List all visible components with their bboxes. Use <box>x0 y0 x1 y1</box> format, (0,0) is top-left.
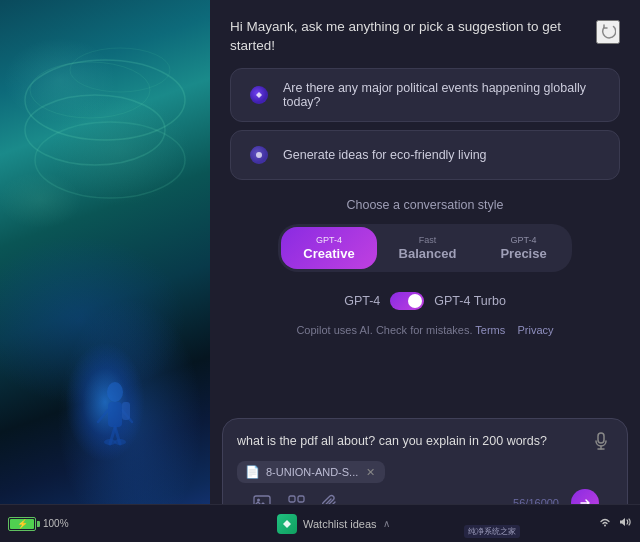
attachment-filename: 8-UNION-AND-S... <box>266 466 358 478</box>
network-icon[interactable] <box>598 516 612 531</box>
mic-button[interactable] <box>589 429 613 453</box>
watermark-text: 纯净系统之家 <box>464 525 520 538</box>
chat-input[interactable]: what is the pdf all about? can you expla… <box>237 434 581 448</box>
battery-indicator: ⚡ 100% <box>8 517 69 531</box>
battery-icon: ⚡ <box>8 517 36 531</box>
gpt-toggle-switch[interactable] <box>390 292 424 310</box>
precise-name-label: Precise <box>500 246 546 261</box>
app-icon <box>281 518 293 530</box>
taskbar-app-label: Watchlist ideas <box>303 518 377 530</box>
input-row: what is the pdf all about? can you expla… <box>237 429 613 453</box>
suggestion-icon-2 <box>247 143 271 167</box>
battery-percent: 100% <box>43 518 69 529</box>
footer-note-text: Copilot uses AI. Check for mistakes. <box>296 324 472 336</box>
svg-line-11 <box>98 410 108 422</box>
mic-icon <box>594 432 608 450</box>
style-section: Choose a conversation style GPT-4 Creati… <box>210 180 640 282</box>
balanced-name-label: Balanced <box>399 246 457 261</box>
suggestion-card-2[interactable]: Generate ideas for eco-friendly living <box>230 130 620 180</box>
wifi-icon <box>598 516 612 528</box>
suggestions-list: Are there any major political events hap… <box>210 68 640 180</box>
svg-rect-23 <box>298 496 304 502</box>
battery-tip <box>37 521 40 527</box>
attachment-chip: 📄 8-UNION-AND-S... ✕ <box>237 461 385 483</box>
gpt4-turbo-label: GPT-4 Turbo <box>434 294 506 308</box>
refresh-icon <box>600 24 616 40</box>
refresh-button[interactable] <box>596 20 620 44</box>
svg-point-4 <box>70 48 170 92</box>
style-btn-creative[interactable]: GPT-4 Creative <box>281 227 376 269</box>
svg-point-1 <box>25 95 165 165</box>
taskbar-app-icon[interactable] <box>277 514 297 534</box>
privacy-link[interactable]: Privacy <box>518 324 554 336</box>
volume-icon[interactable] <box>618 516 632 531</box>
svg-point-10 <box>114 439 126 445</box>
suggestion-text-1: Are there any major political events hap… <box>283 81 603 109</box>
background-panel <box>0 0 210 542</box>
suggestion-icon-1 <box>247 83 271 107</box>
svg-rect-22 <box>289 496 295 502</box>
svg-point-5 <box>107 382 123 402</box>
speaker-icon <box>618 516 632 528</box>
style-title: Choose a conversation style <box>230 198 620 212</box>
svg-point-21 <box>257 499 260 502</box>
svg-point-0 <box>25 60 185 140</box>
suggestion-text-2: Generate ideas for eco-friendly living <box>283 148 487 162</box>
balanced-fast-label: Fast <box>419 235 437 245</box>
gpt-toggle-section: GPT-4 GPT-4 Turbo <box>210 282 640 320</box>
remove-attachment-button[interactable]: ✕ <box>364 466 377 479</box>
precise-gpt-label: GPT-4 <box>511 235 537 245</box>
suggestion-card-1[interactable]: Are there any major political events hap… <box>230 68 620 122</box>
chat-panel: Hi Mayank, ask me anything or pick a sug… <box>210 0 640 542</box>
creative-gpt-label: GPT-4 <box>316 235 342 245</box>
svg-point-16 <box>256 152 262 158</box>
diver-illustration <box>90 372 140 452</box>
chevron-up-icon: ∧ <box>383 518 390 529</box>
gpt4-label: GPT-4 <box>344 294 380 308</box>
style-btn-precise[interactable]: GPT-4 Precise <box>478 227 568 269</box>
footer-note: Copilot uses AI. Check for mistakes. Ter… <box>210 320 640 340</box>
terms-link[interactable]: Terms <box>475 324 505 336</box>
chat-header: Hi Mayank, ask me anything or pick a sug… <box>210 0 640 68</box>
water-lines <box>10 40 200 240</box>
greeting-text: Hi Mayank, ask me anything or pick a sug… <box>230 18 586 56</box>
style-buttons-group: GPT-4 Creative Fast Balanced GPT-4 Preci… <box>278 224 571 272</box>
svg-rect-17 <box>598 433 604 443</box>
svg-point-3 <box>30 62 150 118</box>
style-btn-balanced[interactable]: Fast Balanced <box>377 227 479 269</box>
taskbar-system-icons <box>598 516 632 531</box>
svg-rect-13 <box>122 402 130 420</box>
svg-rect-6 <box>108 402 122 427</box>
attachment-row: 📄 8-UNION-AND-S... ✕ <box>237 461 613 483</box>
pdf-icon: 📄 <box>245 465 260 479</box>
creative-name-label: Creative <box>303 246 354 261</box>
battery-bolt: ⚡ <box>17 519 28 529</box>
taskbar: ⚡ 100% Watchlist ideas ∧ <box>0 504 640 542</box>
